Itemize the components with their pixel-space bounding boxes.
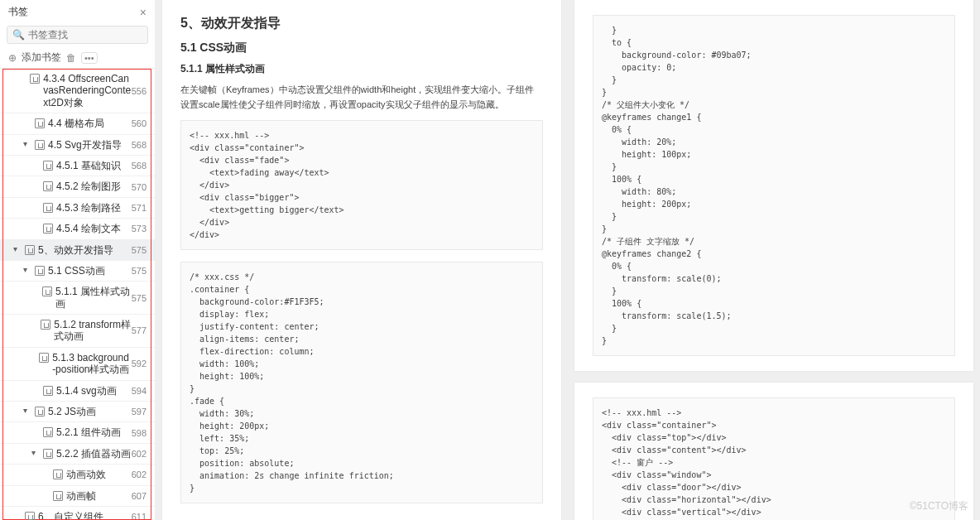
bookmark-icon xyxy=(39,353,49,363)
bookmark-label: 5.1.4 svg动画 xyxy=(56,385,117,397)
bookmark-icon xyxy=(35,407,45,416)
bookmark-icon xyxy=(25,512,35,520)
page-575: 5、动效开发指导 5.1 CSS动画 5.1.1 属性样式动画 在关键帧（Key… xyxy=(162,0,561,520)
page-number: 575 xyxy=(132,266,147,276)
expand-arrow-icon[interactable]: ▾ xyxy=(23,406,31,415)
bookmark-label: 5.1.3 background-position样式动画 xyxy=(52,352,132,376)
bookmark-item[interactable]: ▾5.1 CSS动画575 xyxy=(0,261,155,282)
bookmark-item[interactable]: 4.5.2 绘制图形570 xyxy=(0,176,155,197)
bookmark-icon xyxy=(42,286,52,296)
bookmark-icon xyxy=(43,203,53,213)
bookmark-label: 4.5.2 绘制图形 xyxy=(56,181,121,192)
add-bookmark-icon[interactable]: ⊕ xyxy=(8,52,17,64)
page-number: 568 xyxy=(132,161,147,171)
more-icon[interactable]: ••• xyxy=(81,52,98,64)
bookmark-label: 5.2.1 组件动画 xyxy=(56,426,121,438)
left-column: 5、动效开发指导 5.1 CSS动画 5.1.1 属性样式动画 在关键帧（Key… xyxy=(162,0,561,520)
page-number: 573 xyxy=(132,224,147,234)
bookmark-search[interactable]: 🔍 xyxy=(7,26,148,44)
bookmark-item[interactable]: ▾5.2 JS动画597 xyxy=(0,402,155,422)
page-number: 568 xyxy=(132,140,147,150)
bookmark-icon xyxy=(30,74,40,84)
bookmark-item[interactable]: 动画动效602 xyxy=(0,465,155,485)
bookmark-label: 4.5.1 基础知识 xyxy=(56,160,121,171)
search-input[interactable] xyxy=(28,29,142,41)
expand-arrow-icon[interactable]: ▾ xyxy=(23,265,31,274)
page-number: 598 xyxy=(132,428,147,438)
bookmark-icon xyxy=(43,449,53,459)
page-number: 575 xyxy=(132,245,147,255)
bookmark-tree: 4.3.4 OffscreenCanvasRenderingContext2D对… xyxy=(0,69,155,520)
bookmark-label: 5、动效开发指导 xyxy=(38,244,113,256)
bookmark-item[interactable]: 5.1.1 属性样式动画575 xyxy=(0,282,155,315)
bookmark-label: 4.5.3 绘制路径 xyxy=(56,202,121,214)
page-number: 611 xyxy=(132,512,147,520)
page-number: 560 xyxy=(132,118,147,128)
sidebar-toolbar: ⊕ 添加书签 🗑 ••• xyxy=(0,47,155,69)
bookmark-icon xyxy=(53,491,63,501)
bookmark-sidebar: 书签 × 🔍 ⊕ 添加书签 🗑 ••• 4.3.4 OffscreenCanva… xyxy=(0,0,156,520)
expand-arrow-icon[interactable]: ▾ xyxy=(23,139,31,148)
bookmark-item[interactable]: 4.5.3 绘制路径571 xyxy=(0,198,155,219)
page-number: 577 xyxy=(132,325,147,335)
document-viewport: 5、动效开发指导 5.1 CSS动画 5.1.1 属性样式动画 在关键帧（Key… xyxy=(156,0,980,520)
bookmark-label: 4.3.4 OffscreenCanvasRenderingContext2D对… xyxy=(43,73,132,108)
bookmark-icon xyxy=(43,181,53,191)
bookmark-label: 动画帧 xyxy=(66,490,96,502)
close-icon[interactable]: × xyxy=(140,6,147,19)
bookmark-icon xyxy=(35,140,45,150)
bookmark-icon xyxy=(41,320,50,330)
bookmark-icon xyxy=(43,386,53,396)
heading-5-1-1: 5.1.1 属性样式动画 xyxy=(180,62,543,76)
bookmark-label: 4.5 Svg开发指导 xyxy=(48,139,122,151)
code-css: /* xxx.css */ .container { background-co… xyxy=(180,262,543,503)
bookmark-item[interactable]: 4.5.1 基础知识568 xyxy=(0,156,155,176)
bookmark-label: 5.1.2 transform样式动画 xyxy=(54,319,131,343)
bookmark-label: 5.2 JS动画 xyxy=(48,406,96,417)
page-right-top: } to { background-color: #09ba07; opacit… xyxy=(574,0,973,371)
bookmark-label: 动画动效 xyxy=(66,469,106,480)
watermark: ©51CTO博客 xyxy=(910,499,968,513)
heading-5: 5、动效开发指导 xyxy=(180,15,543,32)
bookmark-item[interactable]: ▾4.5 Svg开发指导568 xyxy=(0,135,155,156)
bookmark-item[interactable]: ▾5.2.2 插值器动画602 xyxy=(0,444,155,465)
page-number: 570 xyxy=(132,182,147,192)
bookmark-icon xyxy=(35,266,45,276)
bookmark-icon xyxy=(53,469,63,479)
delete-icon[interactable]: 🗑 xyxy=(66,52,76,64)
bookmark-label: 5.1 CSS动画 xyxy=(48,265,105,277)
sidebar-title: 书签 xyxy=(8,5,28,19)
add-bookmark-label[interactable]: 添加书签 xyxy=(22,51,61,65)
bookmark-item[interactable]: 4.5.4 绘制文本573 xyxy=(0,219,155,239)
bookmark-label: 4.5.4 绘制文本 xyxy=(56,223,121,234)
search-icon: 🔍 xyxy=(12,29,25,41)
expand-arrow-icon[interactable]: ▾ xyxy=(13,244,22,253)
bookmark-icon xyxy=(43,161,53,171)
page-number: 594 xyxy=(132,386,147,396)
bookmark-item[interactable]: 动画帧607 xyxy=(0,486,155,507)
bookmark-label: 4.4 栅格布局 xyxy=(48,118,104,129)
bookmark-item[interactable]: 4.4 栅格布局560 xyxy=(0,113,155,134)
bookmark-label: 6、自定义组件 xyxy=(38,511,103,520)
bookmark-item[interactable]: ▾5、动效开发指导575 xyxy=(0,240,155,261)
code-hml-2: <!-- xxx.hml --> <div class="container">… xyxy=(593,397,955,520)
expand-arrow-icon[interactable]: ▾ xyxy=(31,448,40,457)
bookmark-item[interactable]: 5.1.3 background-position样式动画592 xyxy=(0,348,155,381)
page-number: 556 xyxy=(132,86,147,96)
page-number: 607 xyxy=(132,491,147,501)
heading-5-1: 5.1 CSS动画 xyxy=(180,41,543,55)
bookmark-item[interactable]: 6、自定义组件611 xyxy=(0,507,155,520)
bookmark-item[interactable]: 4.3.4 OffscreenCanvasRenderingContext2D对… xyxy=(0,69,155,113)
bookmark-icon xyxy=(43,427,53,437)
bookmark-icon xyxy=(35,118,45,128)
bookmark-item[interactable]: 5.1.4 svg动画594 xyxy=(0,381,155,402)
intro-paragraph: 在关键帧（Keyframes）中动态设置父组件的width和height，实现组… xyxy=(180,83,543,112)
page-number: 597 xyxy=(132,407,147,416)
bookmark-label: 5.1.1 属性样式动画 xyxy=(55,286,132,310)
page-number: 592 xyxy=(132,359,147,368)
bookmark-item[interactable]: 5.1.2 transform样式动画577 xyxy=(0,315,155,348)
page-number: 602 xyxy=(132,469,147,479)
bookmark-item[interactable]: 5.2.1 组件动画598 xyxy=(0,422,155,443)
code-keyframes: } to { background-color: #09ba07; opacit… xyxy=(593,15,955,356)
bookmark-icon xyxy=(43,224,53,234)
